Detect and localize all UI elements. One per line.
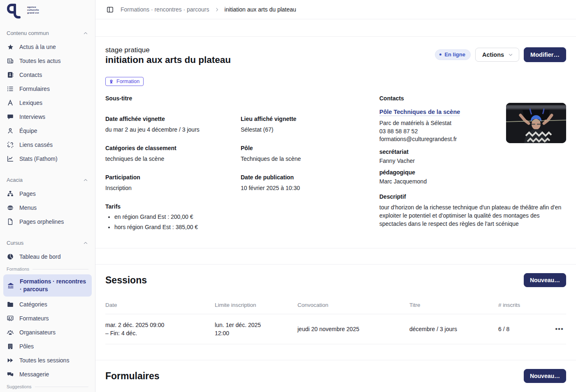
sidebar-item-tableau-de-bord[interactable]: Tableau de bord <box>0 250 95 264</box>
role-value-secretariat: Fanny Vacher <box>379 158 566 164</box>
row-actions-ellipsis[interactable]: ••• <box>553 326 566 332</box>
chevron-up-icon <box>83 177 88 183</box>
sidebar-item-contacts[interactable]: Contacts <box>0 68 95 82</box>
formulaires-title: Formulaires <box>105 371 160 382</box>
list-icon <box>7 85 14 93</box>
sidebar-item-label: Interviews <box>19 113 45 121</box>
modify-button[interactable]: Modifier… <box>524 47 566 62</box>
session-limite: lun. 1er déc. 2025 12:00 <box>215 321 297 337</box>
formation-type-badge[interactable]: Formation <box>105 77 144 86</box>
sessions-table-header: Date Limite inscription Convocation Titr… <box>105 298 566 314</box>
col-date: Date <box>105 302 215 308</box>
field-lieu-vignette: Lieu affiché vignette Sélestat (67) <box>241 116 363 134</box>
sidebar-item-label: Formations · rencontres · parcours <box>20 278 88 293</box>
status-badge: En ligne <box>435 49 471 60</box>
sidebar-item-interviews[interactable]: Interviews <box>0 110 95 124</box>
col-inscrits: # inscrits <box>498 302 541 308</box>
document-icon <box>7 218 14 225</box>
sidebar-section-cursus[interactable]: Cursus <box>0 236 95 250</box>
brand-logo[interactable]: agence culturelle grand est <box>0 0 95 26</box>
sidebar-item-liens-casses[interactable]: Liens cassés <box>0 138 95 152</box>
session-titre: décembre / 3 jours <box>409 325 498 333</box>
sidebar-item-categories[interactable]: Catégories <box>0 297 95 311</box>
breadcrumb-parent-link[interactable]: Formations · rencontres · parcours <box>121 6 209 13</box>
sidebar-item-label: Pôles <box>19 343 34 350</box>
page-content: stage pratique initiation aux arts du pl… <box>95 37 576 392</box>
star-icon <box>7 43 14 51</box>
sidebar-item-formateurs[interactable]: Formateurs <box>0 311 95 325</box>
sidebar-item-menus[interactable]: Menus <box>0 201 95 215</box>
chat-bubbles-icon <box>7 371 14 378</box>
contact-card-icon <box>7 71 14 79</box>
session-date: mar. 2 déc. 2025 09:00 – Fin: 4 déc. <box>105 321 215 337</box>
line-chart-icon <box>7 155 14 162</box>
formulaires-new-button[interactable]: Nouveau… <box>524 369 566 383</box>
field-participation: Participation Inscription <box>105 174 241 192</box>
sidebar-item-pages-orphelines[interactable]: Pages orphelines <box>0 215 95 229</box>
contact-photo <box>506 103 566 143</box>
sidebar-item-label: Messagerie <box>19 371 49 378</box>
descriptif-label: Descriptif <box>379 193 566 200</box>
sidebar-item-toutes-les-actus[interactable]: Toutes les actus <box>0 54 95 68</box>
sidebar-item-label: Catégories <box>19 301 47 308</box>
sub-toolbar <box>95 19 576 37</box>
role-value-pedagogique: Marc Jacquemond <box>379 178 566 185</box>
sidebar-item-pages[interactable]: Pages <box>0 187 95 201</box>
sessions-new-button[interactable]: Nouveau… <box>524 273 566 287</box>
contact-email: formations@culturegrandest.fr <box>379 135 503 144</box>
field-pole: Pôle Techniques de la scène <box>241 145 363 163</box>
sidebar: agence culturelle grand est Contenu comm… <box>0 0 95 392</box>
sidebar-item-formulaires[interactable]: Formulaires <box>0 82 95 96</box>
sitemap-icon <box>7 190 14 197</box>
section-label: Contenu commun <box>7 30 49 36</box>
sidebar-item-label: Formateurs <box>19 315 49 322</box>
brand-logo-text: agence culturelle grand est <box>27 6 39 14</box>
person-icon <box>7 127 14 135</box>
sidebar-item-label: Organisateurs <box>19 329 56 336</box>
sidebar-item-label: Équipe <box>19 127 37 135</box>
actions-button[interactable]: Actions <box>475 48 519 62</box>
pole-link[interactable]: Pôle Techniques de la scène <box>379 109 460 116</box>
app-window: agence culturelle grand est Contenu comm… <box>0 0 576 392</box>
field-label-sous-titre: Sous-titre <box>105 95 363 102</box>
role-label-pedagogique: pédagogique <box>379 169 566 176</box>
breadcrumb-current: initiation aux arts du plateau <box>225 6 296 13</box>
pie-chart-icon <box>7 253 14 260</box>
sidebar-item-formations-rencontres-parcours[interactable]: Formations · rencontres · parcours <box>3 274 92 297</box>
session-row[interactable]: mar. 2 déc. 2025 09:00 – Fin: 4 déc. lun… <box>105 314 566 344</box>
sidebar-item-label: Tableau de bord <box>19 253 60 261</box>
field-tarifs: Tarifs en région Grand Est : 200,00 € ho… <box>105 203 363 230</box>
status-dot-icon <box>439 53 441 56</box>
col-titre: Titre <box>409 302 498 308</box>
section-label: Acacia <box>7 177 23 183</box>
speech-bubble-icon <box>7 113 14 121</box>
field-date-vignette: Date affichée vignette du mar 2 au jeu 4… <box>105 116 241 134</box>
award-icon <box>109 79 114 84</box>
sidebar-item-actus-a-la-une[interactable]: Actus à la une <box>0 40 95 54</box>
sidebar-item-label: Formulaires <box>19 85 50 93</box>
sidebar-item-label: Menus <box>19 204 37 212</box>
sessions-table: Date Limite inscription Convocation Titr… <box>105 298 566 344</box>
chevron-up-icon <box>83 240 88 246</box>
sidebar-item-label: Actus à la une <box>19 43 56 51</box>
page-title: initiation aux arts du plateau <box>105 54 231 65</box>
chevron-up-icon <box>83 30 88 36</box>
sidebar-item-messagerie[interactable]: Messagerie <box>0 367 95 381</box>
sidebar-item-poles[interactable]: Pôles <box>0 339 95 353</box>
role-label-secretariat: secrétariat <box>379 148 566 155</box>
bank-icon <box>7 282 14 289</box>
breadcrumb: Formations · rencontres · parcours initi… <box>121 6 296 13</box>
sidebar-item-equipe[interactable]: Équipe <box>0 124 95 138</box>
broken-link-icon <box>7 141 14 148</box>
sidebar-item-toutes-les-sessions[interactable]: Toutes les sessions <box>0 353 95 367</box>
session-inscrits: 6 / 8 <box>498 325 541 333</box>
sidebar-section-acacia[interactable]: Acacia <box>0 173 95 187</box>
sidebar-item-lexiques[interactable]: Lexiques <box>0 96 95 110</box>
sidebar-item-stats[interactable]: Stats (Fathom) <box>0 152 95 166</box>
col-convocation: Convocation <box>297 302 409 308</box>
field-categories: Catégories de classement techniques de l… <box>105 145 241 163</box>
tarif-item: en région Grand Est : 200,00 € <box>114 213 363 220</box>
sidebar-section-contenu-commun[interactable]: Contenu commun <box>0 26 95 40</box>
sidebar-toggle-icon[interactable] <box>106 6 114 14</box>
sidebar-item-organisateurs[interactable]: Organisateurs <box>0 325 95 339</box>
